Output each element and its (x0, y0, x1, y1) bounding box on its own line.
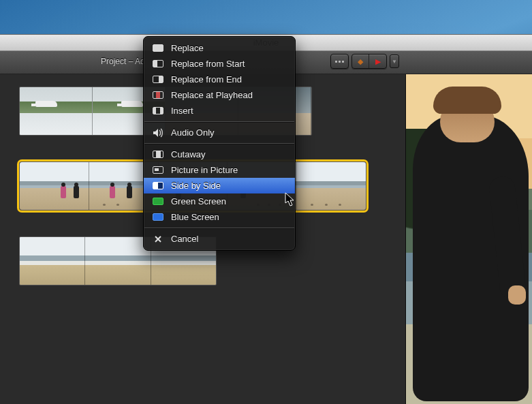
replace-right-icon (152, 75, 164, 84)
project-title: Project – Ad (101, 57, 145, 66)
marker-red-button[interactable]: ▶ (369, 55, 386, 68)
menu-label: Insert (171, 106, 193, 116)
preview-frame (406, 74, 532, 404)
menu-item-green-screen[interactable]: Green Screen (144, 193, 295, 209)
menu-item-cutaway[interactable]: Cutaway (144, 146, 295, 162)
menu-label: Replace from End (171, 74, 242, 84)
clip-thumbnail[interactable] (297, 162, 366, 210)
chevron-down-icon: ▼ (392, 59, 397, 65)
menu-label: Side by Side (171, 181, 221, 191)
menu-label: Replace (171, 43, 204, 53)
pip-icon (152, 166, 164, 175)
grid-icon (335, 61, 344, 63)
clip-thumbnail[interactable] (85, 237, 151, 285)
cutaway-icon (152, 150, 164, 159)
replace-mid-icon (152, 91, 164, 100)
menu-label: Blue Screen (171, 212, 219, 222)
menu-label: Cancel (171, 234, 198, 244)
menu-item-replace-from-start[interactable]: Replace from Start (144, 56, 295, 72)
menu-label: Replace from Start (171, 59, 245, 69)
menu-item-replace[interactable]: Replace (144, 40, 295, 56)
menu-item-audio-only[interactable]: Audio Only (144, 125, 295, 140)
menu-label: Picture in Picture (171, 165, 238, 175)
shield-red-icon: ▶ (375, 57, 381, 66)
menu-item-cancel[interactable]: Cancel (144, 231, 295, 247)
insert-icon (152, 106, 164, 116)
green-icon (152, 197, 164, 206)
marker-orange-button[interactable]: ◆ (352, 55, 369, 68)
menu-item-picture-in-picture[interactable]: Picture in Picture (144, 162, 295, 178)
replace-left-icon (152, 59, 164, 69)
blue-icon (152, 213, 164, 222)
preview-pane (405, 74, 532, 404)
sbs-icon (152, 181, 164, 191)
menu-label: Cutaway (171, 149, 206, 159)
boat-decor (35, 101, 57, 108)
view-grid-button[interactable] (331, 55, 348, 68)
mouse-cursor-icon (285, 192, 295, 207)
clip-thumbnail[interactable] (20, 162, 89, 210)
x-icon (152, 234, 164, 244)
menu-item-insert[interactable]: Insert (144, 103, 295, 119)
view-mode-segment[interactable] (330, 54, 349, 69)
menu-label: Replace at Playhead (171, 90, 253, 100)
marker-segment[interactable]: ◆ ▶ (351, 54, 387, 69)
replace-full-icon (152, 44, 164, 53)
menu-item-replace-at-playhead[interactable]: Replace at Playhead (144, 87, 295, 103)
menu-label: Audio Only (171, 127, 215, 138)
speaker-icon (152, 128, 164, 138)
toolbar-overflow-button[interactable]: ▼ (390, 55, 399, 68)
shield-orange-icon: ◆ (358, 57, 363, 66)
toolbar-right-group: ◆ ▶ ▼ (330, 54, 399, 69)
menu-item-replace-from-end[interactable]: Replace from End (144, 72, 295, 87)
clip-thumbnail[interactable] (20, 237, 85, 285)
menu-separator (144, 228, 294, 228)
menu-item-side-by-side[interactable]: Side by Side (144, 178, 295, 193)
menu-separator (144, 143, 294, 144)
menu-label: Green Screen (171, 196, 226, 206)
menu-item-blue-screen[interactable]: Blue Screen (144, 209, 295, 225)
clip-thumbnail[interactable] (20, 87, 93, 135)
menu-separator (144, 121, 294, 122)
clip-drop-context-menu: Replace Replace from Start Replace from … (143, 36, 296, 251)
